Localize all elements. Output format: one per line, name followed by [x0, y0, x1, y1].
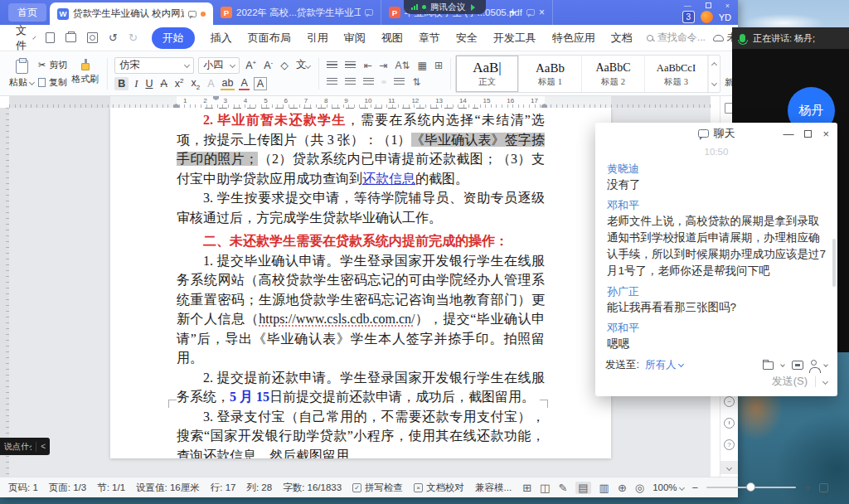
superscript-button[interactable]: x2: [173, 77, 186, 90]
web-view-icon[interactable]: ⊕: [618, 482, 627, 493]
menu-references[interactable]: 引用: [307, 31, 328, 46]
chat-author[interactable]: 孙广正: [607, 284, 826, 298]
styles-scroll-up-icon[interactable]: [711, 61, 717, 67]
status-page-count[interactable]: 页面: 1/3: [49, 482, 86, 494]
align-right-icon[interactable]: [363, 78, 374, 86]
new-tab-button[interactable]: +: [509, 4, 517, 18]
text-effects-button[interactable]: 文: [294, 58, 313, 72]
save-icon[interactable]: [46, 32, 55, 43]
font-size-select[interactable]: 小四: [198, 57, 240, 74]
message-count-badge[interactable]: 3: [682, 11, 695, 23]
maximize-button[interactable]: [706, 2, 711, 8]
chat-author[interactable]: 黄晓迪: [607, 162, 826, 176]
chat-scrollbar[interactable]: [832, 239, 836, 287]
send-file-icon[interactable]: [763, 361, 774, 370]
contact-service-icon[interactable]: ~: [724, 396, 735, 407]
print-icon[interactable]: [65, 33, 76, 42]
document-text[interactable]: 2. 毕业前暂未还款学生，需要在系统内选择“未结清”选项，按提示上传图片（共 3…: [177, 108, 545, 458]
styles-scroll-down-icon[interactable]: [711, 80, 717, 85]
status-page-number[interactable]: 页码: 1: [8, 482, 38, 494]
document-page[interactable]: 2. 毕业前暂未还款学生，需要在系统内选择“未结清”选项，按提示上传图片（共 3…: [110, 108, 611, 458]
print-preview-icon[interactable]: [87, 32, 98, 43]
page-view-icon[interactable]: ▤: [575, 482, 590, 494]
style-heading3[interactable]: AaBbCcI 标题 3: [645, 56, 708, 92]
quick-reply-placeholder[interactable]: 说点什么...: [4, 441, 32, 453]
menu-security[interactable]: 安全: [456, 31, 478, 46]
outline-view-icon[interactable]: ▥: [599, 482, 609, 493]
zoom-slider[interactable]: [706, 487, 796, 488]
bullet-list-icon[interactable]: [327, 61, 337, 70]
menu-page-layout[interactable]: 页面布局: [248, 31, 291, 46]
chat-maximize-button[interactable]: [804, 130, 812, 138]
cut-button[interactable]: ✂剪切: [38, 59, 67, 71]
bold-button[interactable]: B: [114, 77, 129, 90]
send-to-select[interactable]: 所有人: [645, 358, 684, 372]
spacing-icon[interactable]: ⇅: [412, 76, 420, 88]
zoom-out-button[interactable]: −: [692, 482, 699, 494]
meeting-quick-reply-bar[interactable]: 说点什么... <: [0, 438, 50, 455]
rail-collapse-button[interactable]: [720, 461, 738, 474]
menu-section[interactable]: 章节: [419, 31, 440, 46]
chat-window[interactable]: 聊天 — × 10:50 黄晓迪 没有了 邓和平 老师文件上说，高校贷款的展期是…: [595, 123, 837, 396]
style-heading1[interactable]: AaBb 标题 1: [519, 56, 582, 92]
align-distribute-icon[interactable]: [394, 78, 405, 86]
fit-page-icon[interactable]: [819, 483, 828, 492]
menu-home[interactable]: 开始: [152, 27, 195, 49]
chat-author[interactable]: 邓和平: [607, 321, 826, 335]
command-search[interactable]: 查找命令...: [647, 31, 706, 45]
menu-view[interactable]: 视图: [381, 31, 403, 46]
file-menu-chevron-icon[interactable]: [32, 36, 36, 39]
zoom-slider-knob[interactable]: [746, 482, 755, 492]
tab-doc-2[interactable]: P 2022年 高校...贷款学生毕业工作: [213, 0, 381, 25]
menu-document[interactable]: 文档: [611, 31, 633, 46]
font-name-select[interactable]: 仿宋: [114, 57, 194, 74]
file-menu[interactable]: 文件: [16, 23, 27, 53]
paste-button[interactable]: 粘贴: [5, 54, 38, 94]
chat-messages[interactable]: 黄晓迪 没有了 邓和平 老师文件上说，高校贷款的展期是拿到录取通知书到学校报道后…: [595, 157, 837, 352]
clear-format-button[interactable]: ◇: [279, 59, 290, 71]
status-section[interactable]: 节: 1/1: [97, 482, 125, 494]
status-line[interactable]: 行: 17: [211, 482, 236, 494]
borders-icon[interactable]: ▦: [418, 60, 427, 71]
vertical-ruler[interactable]: [0, 108, 9, 477]
menu-special-apps[interactable]: 特色应用: [552, 31, 595, 46]
status-setting[interactable]: 设置值: 16厘米: [136, 482, 200, 494]
strikethrough-button[interactable]: A: [158, 78, 168, 90]
align-justify-icon[interactable]: [381, 80, 386, 84]
zoom-level[interactable]: 100%: [653, 482, 683, 492]
align-left-icon[interactable]: [327, 78, 337, 86]
tab-close-icon[interactable]: ×: [539, 7, 545, 18]
menu-insert[interactable]: 插入: [211, 31, 232, 46]
horizontal-ruler[interactable]: 1234567891011121314151617: [9, 96, 711, 108]
minimize-button[interactable]: —: [684, 2, 691, 10]
char-effect-button[interactable]: A: [206, 78, 216, 90]
spell-check-button[interactable]: ✓ 拼写检查: [352, 482, 403, 494]
format-painter-button[interactable]: 格式刷: [67, 54, 103, 94]
chat-author[interactable]: 邓和平: [607, 198, 826, 212]
line-spacing-icon[interactable]: A⇅: [395, 60, 410, 71]
chat-minimize-button[interactable]: —: [783, 128, 793, 140]
zoom-in-button[interactable]: +: [804, 482, 811, 494]
menu-review[interactable]: 审阅: [344, 31, 366, 46]
subscript-button[interactable]: x2: [190, 77, 202, 91]
chat-close-button[interactable]: ×: [822, 128, 829, 140]
style-heading2[interactable]: AaBbC 标题 2: [582, 56, 645, 92]
highlight-color-button[interactable]: ab: [221, 77, 235, 90]
doc-proof-button[interactable]: × 文档校对: [414, 482, 464, 494]
copy-button[interactable]: 复制: [38, 76, 67, 89]
mention-person-icon[interactable]: [811, 360, 817, 366]
eye-protect-icon[interactable]: ◎: [635, 482, 644, 493]
write-mode-icon[interactable]: ✎: [558, 482, 567, 493]
underline-button[interactable]: U: [143, 78, 154, 90]
send-button[interactable]: 发送(S): [772, 374, 808, 389]
grow-font-button[interactable]: A+: [244, 59, 258, 71]
increase-indent-icon[interactable]: ⇥: [379, 60, 387, 71]
tab-doc-active[interactable]: W 贷款学生毕业确认 校内网通知: [50, 2, 213, 25]
menu-dev-tools[interactable]: 开发工具: [493, 31, 536, 46]
screenshot-icon[interactable]: [792, 361, 803, 370]
quick-reply-collapse-button[interactable]: <: [41, 442, 46, 451]
italic-button[interactable]: I: [133, 78, 139, 90]
history-icon[interactable]: [724, 418, 735, 429]
member-icon[interactable]: [701, 11, 713, 23]
decrease-indent-icon[interactable]: ⇤: [363, 60, 371, 71]
